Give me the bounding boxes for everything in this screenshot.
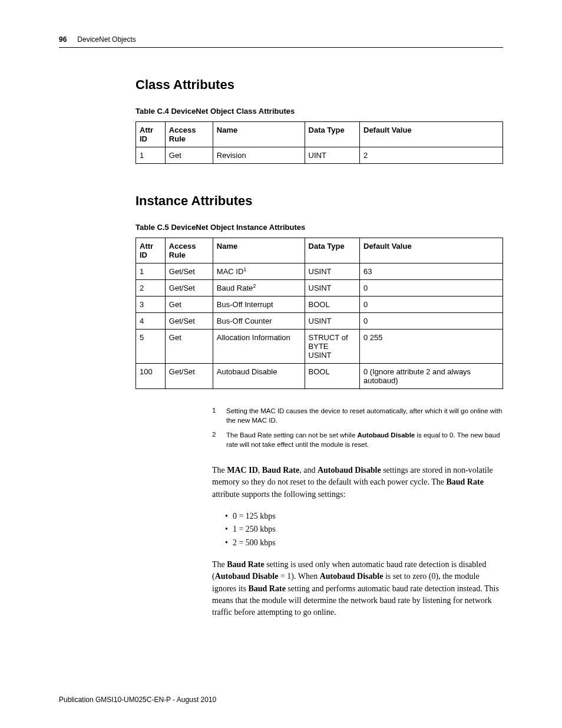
publication-footer: Publication GMSI10-UM025C-EN-P - August … (59, 696, 503, 704)
table-c4-caption: Table C.4 DeviceNet Object Class Attribu… (135, 107, 503, 116)
paragraph-1: The MAC ID, Baud Rate, and Autobaud Disa… (212, 465, 503, 500)
footnote-number: 2 (212, 431, 218, 449)
cell-attr-id: 5 (136, 330, 166, 364)
footnote-text: The Baud Rate setting can not be set whi… (226, 431, 503, 449)
bold-text: MAC ID (227, 466, 258, 475)
cell-name: MAC ID1 (213, 263, 305, 280)
bold-text: Baud Rate (248, 584, 285, 593)
cell-default: 0 255 (360, 330, 503, 364)
page-topic: DeviceNet Objects (77, 35, 135, 44)
cell-name: Allocation Information (213, 330, 305, 364)
cell-attr-id: 4 (136, 313, 166, 330)
cell-default: 63 (360, 263, 503, 280)
table-row: 2Get/SetBaud Rate2USINT0 (136, 280, 503, 297)
cell-dtype: STRUCT ofBYTEUSINT (305, 330, 359, 364)
footnotes: 1 Setting the MAC ID causes the device t… (212, 407, 503, 449)
cell-name: Bus-Off Interrupt (213, 297, 305, 313)
list-item: •1 = 250 kbps (225, 523, 503, 536)
text: attribute supports the following setting… (212, 490, 345, 499)
col-name: Name (213, 238, 305, 263)
col-data-type: Data Type (305, 238, 359, 263)
col-attr-id: Attr ID (136, 238, 166, 263)
superscript: 2 (253, 283, 256, 289)
table-row: 100Get/SetAutobaud DisableBOOL0 (Ignore … (136, 364, 503, 389)
cell-name: Revision (213, 147, 305, 164)
cell-access: Get/Set (165, 263, 213, 280)
table-c5: Attr ID Access Rule Name Data Type Defau… (135, 238, 503, 389)
text: The (212, 466, 227, 475)
cell-attr-id: 1 (136, 147, 166, 164)
footnote-number: 1 (212, 407, 218, 425)
cell-access: Get/Set (165, 313, 213, 330)
list-item: •2 = 500 kbps (225, 536, 503, 549)
table-header-row: Attr ID Access Rule Name Data Type Defau… (136, 122, 503, 147)
cell-dtype: USINT (305, 263, 359, 280)
cell-access: Get (165, 297, 213, 313)
cell-default: 0 (360, 297, 503, 313)
cell-name: Baud Rate2 (213, 280, 305, 297)
bullet-icon: • (225, 523, 228, 536)
bullet-icon: • (225, 536, 228, 549)
cell-dtype: USINT (305, 280, 359, 297)
table-row: 1Get/SetMAC ID1USINT63 (136, 263, 503, 280)
col-access-rule: Access Rule (165, 238, 213, 263)
col-data-type: Data Type (305, 122, 359, 147)
paragraph-2: The Baud Rate setting is used only when … (212, 559, 503, 618)
cell-access: Get (165, 147, 213, 164)
footnote-2: 2 The Baud Rate setting can not be set w… (212, 431, 503, 449)
text: The (212, 560, 227, 569)
bold-text: Autobaud Disable (215, 572, 279, 581)
cell-attr-id: 2 (136, 280, 166, 297)
page-number: 96 (59, 35, 67, 44)
cell-dtype: UINT (305, 147, 359, 164)
table-header-row: Attr ID Access Rule Name Data Type Defau… (136, 238, 503, 263)
footnote-1: 1 Setting the MAC ID causes the device t… (212, 407, 503, 425)
cell-name: Bus-Off Counter (213, 313, 305, 330)
cell-access: Get/Set (165, 280, 213, 297)
cell-name: Autobaud Disable (213, 364, 305, 389)
cell-access: Get/Set (165, 364, 213, 389)
table-row: 1 Get Revision UINT 2 (136, 147, 503, 164)
superscript: 1 (243, 266, 246, 272)
text: , (258, 466, 262, 475)
cell-dtype: USINT (305, 313, 359, 330)
bullet-icon: • (225, 510, 228, 523)
cell-dtype: BOOL (305, 364, 359, 389)
cell-default: 0 (Ignore attribute 2 and always autobau… (360, 364, 503, 389)
cell-default: 0 (360, 313, 503, 330)
bold-text: Baud Rate (446, 477, 483, 486)
list-item-text: 0 = 125 kbps (233, 510, 276, 523)
table-c5-caption: Table C.5 DeviceNet Object Instance Attr… (135, 223, 503, 232)
list-item-text: 2 = 500 kbps (233, 536, 276, 549)
baud-rate-list: •0 = 125 kbps •1 = 250 kbps •2 = 500 kbp… (225, 510, 503, 549)
instance-attributes-heading: Instance Attributes (135, 193, 503, 209)
col-default-value: Default Value (360, 122, 503, 147)
class-attributes-heading: Class Attributes (135, 77, 503, 93)
col-access-rule: Access Rule (165, 122, 213, 147)
footnote-text-part: The Baud Rate setting can not be set whi… (226, 431, 357, 439)
cell-dtype: BOOL (305, 297, 359, 313)
table-row: 4Get/SetBus-Off CounterUSINT0 (136, 313, 503, 330)
cell-access: Get (165, 330, 213, 364)
col-default-value: Default Value (360, 238, 503, 263)
col-attr-id: Attr ID (136, 122, 166, 147)
table-row: 5GetAllocation InformationSTRUCT ofBYTEU… (136, 330, 503, 364)
bold-text: Autobaud Disable (318, 466, 381, 475)
text: = 1). When (278, 572, 319, 581)
footnote-text: Setting the MAC ID causes the device to … (226, 407, 503, 425)
bold-text: Autobaud Disable (320, 572, 384, 581)
table-c4: Attr ID Access Rule Name Data Type Defau… (135, 121, 503, 164)
list-item-text: 1 = 250 kbps (233, 523, 276, 536)
table-row: 3GetBus-Off InterruptBOOL0 (136, 297, 503, 313)
page-header: 96 DeviceNet Objects (59, 35, 503, 48)
cell-default: 0 (360, 280, 503, 297)
cell-default: 2 (360, 147, 503, 164)
text: , and (299, 466, 318, 475)
cell-attr-id: 100 (136, 364, 166, 389)
cell-attr-id: 1 (136, 263, 166, 280)
bold-text: Baud Rate (262, 466, 299, 475)
cell-attr-id: 3 (136, 297, 166, 313)
list-item: •0 = 125 kbps (225, 510, 503, 523)
bold-text: Baud Rate (227, 560, 264, 569)
footnote-bold: Autobaud Disable (357, 431, 415, 439)
